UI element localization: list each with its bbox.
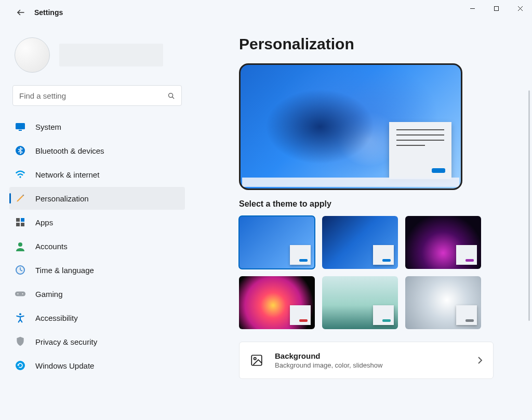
back-button[interactable] bbox=[10, 2, 31, 23]
sidebar-item-personalization[interactable]: Personalization bbox=[9, 187, 185, 210]
svg-point-15 bbox=[18, 242, 22, 247]
gamepad-icon bbox=[15, 288, 26, 300]
sidebar-item-label: Network & internet bbox=[35, 170, 99, 179]
preview-taskbar bbox=[242, 178, 459, 187]
theme-windows-light[interactable] bbox=[239, 216, 315, 269]
svg-point-5 bbox=[169, 93, 173, 97]
sidebar-item-system[interactable]: System bbox=[9, 115, 185, 138]
svg-point-25 bbox=[254, 358, 256, 360]
svg-rect-2 bbox=[494, 6, 498, 10]
titlebar: Settings bbox=[0, 0, 532, 25]
svg-point-22 bbox=[19, 313, 21, 315]
paintbrush-icon bbox=[15, 193, 26, 204]
sidebar-item-label: Bluetooth & devices bbox=[35, 146, 104, 155]
sidebar-item-bluetooth[interactable]: Bluetooth & devices bbox=[9, 139, 185, 162]
svg-rect-12 bbox=[21, 218, 24, 222]
sidebar-item-update[interactable]: Windows Update bbox=[9, 354, 185, 377]
sidebar-item-label: Windows Update bbox=[35, 361, 94, 370]
svg-rect-19 bbox=[15, 291, 25, 296]
sidebar-item-label: System bbox=[35, 123, 61, 131]
sidebar-item-label: Privacy & security bbox=[35, 337, 97, 346]
chevron-right-icon bbox=[477, 356, 483, 364]
close-button[interactable] bbox=[508, 0, 532, 17]
search-box[interactable] bbox=[12, 85, 182, 106]
person-icon bbox=[15, 240, 26, 252]
page-title: Personalization bbox=[239, 35, 525, 53]
minimize-button[interactable] bbox=[460, 0, 484, 17]
sidebar-item-gaming[interactable]: Gaming bbox=[9, 282, 185, 305]
sidebar-item-label: Gaming bbox=[35, 290, 63, 299]
maximize-button[interactable] bbox=[484, 0, 508, 17]
svg-rect-24 bbox=[251, 355, 262, 365]
svg-rect-14 bbox=[21, 223, 24, 226]
search-icon bbox=[167, 92, 175, 100]
avatar bbox=[15, 37, 50, 73]
theme-prompt: Select a theme to apply bbox=[239, 199, 525, 209]
search-input[interactable] bbox=[19, 91, 167, 100]
bluetooth-icon bbox=[15, 145, 26, 156]
update-icon bbox=[15, 360, 26, 371]
svg-rect-11 bbox=[16, 218, 20, 222]
main-content: Personalization Select a theme to apply … bbox=[197, 25, 532, 420]
sidebar-item-label: Apps bbox=[35, 218, 53, 227]
picture-icon bbox=[250, 354, 263, 367]
sidebar-item-label: Personalization bbox=[35, 194, 89, 203]
theme-flow[interactable] bbox=[405, 276, 481, 329]
scrollbar[interactable] bbox=[528, 90, 530, 321]
profile-name-redacted bbox=[59, 44, 163, 66]
sidebar: System Bluetooth & devices Network & int… bbox=[0, 25, 197, 420]
desktop-preview[interactable] bbox=[239, 63, 462, 190]
svg-point-21 bbox=[22, 293, 23, 294]
app-title: Settings bbox=[34, 8, 63, 17]
sidebar-item-label: Accounts bbox=[35, 242, 68, 251]
svg-point-20 bbox=[17, 293, 18, 294]
shield-icon bbox=[15, 336, 26, 347]
sidebar-item-time[interactable]: Time & language bbox=[9, 259, 185, 281]
theme-windows-dark[interactable] bbox=[322, 216, 398, 269]
profile-block[interactable] bbox=[15, 37, 185, 73]
theme-glow[interactable] bbox=[405, 216, 481, 269]
accessibility-icon bbox=[15, 312, 26, 323]
nav: System Bluetooth & devices Network & int… bbox=[9, 115, 185, 377]
svg-point-23 bbox=[16, 361, 25, 370]
setting-desc: Background image, color, slideshow bbox=[275, 361, 466, 369]
svg-rect-7 bbox=[16, 123, 25, 129]
window-controls bbox=[460, 0, 532, 17]
theme-sunrise[interactable] bbox=[322, 276, 398, 329]
sidebar-item-label: Time & language bbox=[35, 266, 94, 275]
svg-line-6 bbox=[172, 97, 174, 98]
svg-point-10 bbox=[19, 176, 21, 178]
sidebar-item-accessibility[interactable]: Accessibility bbox=[9, 306, 185, 329]
display-icon bbox=[15, 121, 26, 132]
sidebar-item-accounts[interactable]: Accounts bbox=[9, 235, 185, 258]
wifi-icon bbox=[15, 169, 26, 180]
sidebar-item-apps[interactable]: Apps bbox=[9, 211, 185, 234]
theme-captured-motion[interactable] bbox=[239, 276, 315, 329]
background-setting-card[interactable]: Background Background image, color, slid… bbox=[239, 342, 494, 379]
theme-grid bbox=[239, 216, 525, 329]
svg-rect-13 bbox=[16, 223, 20, 226]
apps-icon bbox=[15, 216, 26, 228]
sidebar-item-network[interactable]: Network & internet bbox=[9, 163, 185, 186]
sidebar-item-label: Accessibility bbox=[35, 314, 78, 322]
setting-title: Background bbox=[275, 351, 466, 360]
preview-window-card bbox=[389, 122, 451, 179]
clock-icon bbox=[15, 264, 26, 276]
svg-rect-8 bbox=[19, 130, 22, 131]
sidebar-item-privacy[interactable]: Privacy & security bbox=[9, 330, 185, 353]
